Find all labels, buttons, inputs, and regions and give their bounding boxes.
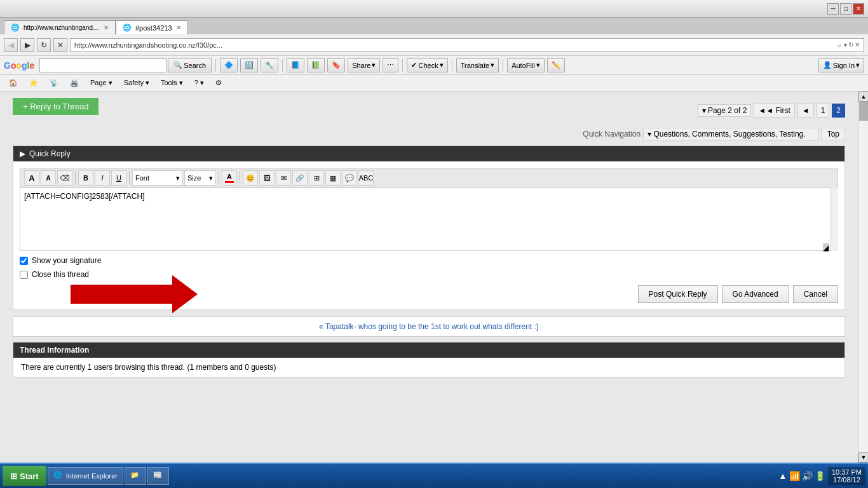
editor-sep-4 [240,172,240,184]
bold-btn[interactable]: B [78,170,93,186]
back-btn[interactable]: ◀ [4,38,18,52]
emoji-btn[interactable]: 😊 [243,170,258,186]
page-scrollbar[interactable]: ▲ ▼ [858,92,868,463]
windows-logo: ⊞ [10,471,17,481]
scrollbar-track[interactable] [858,102,868,452]
close-thread-checkbox[interactable] [20,271,28,279]
table2-btn[interactable]: ▦ [325,170,341,186]
page-dropdown[interactable]: ▾ Page 2 of 2 [698,104,752,117]
forward-btn[interactable]: ▶ [20,38,34,52]
top-btn[interactable]: Top [822,128,845,140]
tab-close-1[interactable]: ✕ [104,24,109,31]
underline-btn[interactable]: U [111,170,126,186]
autofill-label: AutoFill [512,62,535,69]
autofill-icon[interactable]: ✏️ [547,58,565,72]
table-btn[interactable]: ⊞ [309,170,324,186]
bookmark-icon-btn[interactable]: 🔖 [327,58,345,72]
battery-icon[interactable]: 🔋 [815,471,825,481]
minimize-btn[interactable]: ─ [827,3,839,15]
taskbar-ie[interactable]: 🌐 Internet Explorer [48,467,123,485]
show-signature-label: Show your signature [32,256,101,265]
eraser-btn[interactable]: ⌫ [57,170,72,186]
google-search-input[interactable] [39,58,166,72]
tray-icon-1[interactable]: ▲ [778,471,787,481]
tab-1[interactable]: 🌐 http://www.nzhuntingandshooting.co.nz/… [4,20,116,34]
font-color-btn[interactable]: A [222,170,237,186]
show-signature-checkbox[interactable] [20,257,28,265]
size-select[interactable]: Size ▾ [184,170,216,186]
google-search-btn[interactable]: 🔍 Search [168,58,212,72]
italic-btn[interactable]: I [95,170,110,186]
scrollbar-thumb[interactable] [859,102,868,121]
tab-2[interactable]: 🌐 #post34213 ✕ [116,20,188,34]
taskbar-explorer[interactable]: 📁 [125,467,146,485]
address-star[interactable]: ✕ [855,41,860,48]
first-page-btn[interactable]: ◄◄ First [754,104,794,118]
check-btn[interactable]: ✔ Check▾ [407,58,447,72]
explorer-icon: 📁 [130,471,140,481]
menu-safety[interactable]: Safety ▾ [119,78,154,88]
tray-icons: ▲ 📶 🔊 🔋 [778,471,825,481]
menu-favorites[interactable]: ⭐ [24,78,43,88]
address-bar[interactable]: http://www.nzhuntingandshooting.co.nz/f3… [70,38,864,52]
insert-link-btn[interactable]: 🔗 [292,170,308,186]
page-1-btn[interactable]: 1 [817,104,830,118]
toolbar-icon-btn-1[interactable]: 🔷 [220,58,238,72]
quick-reply-title: Quick Reply [29,149,71,158]
insert-image-btn[interactable]: 🖼 [259,170,275,186]
maximize-btn[interactable]: □ [840,3,851,15]
quick-nav-select[interactable]: ▾ Questions, Comments, Suggestions, Test… [643,128,819,140]
thread-link[interactable]: « Tapatalk- whos going to be the 1st to … [319,322,539,331]
quote-btn[interactable]: 💬 [342,170,357,186]
table2-icon: ▦ [330,174,336,182]
menu-rss[interactable]: 📡 [44,78,64,88]
go-advanced-btn[interactable]: Go Advanced [722,285,789,303]
taskbar-app[interactable]: 📰 [147,467,169,485]
translate-btn[interactable]: Translate▾ [456,58,499,72]
thread-info-header: Thread Information [13,342,844,358]
cancel-btn[interactable]: Cancel [793,285,838,303]
menu-tools[interactable]: Tools ▾ [156,78,188,88]
stop-btn[interactable]: ✕ [53,38,67,52]
browser-tabs: 🌐 http://www.nzhuntingandshooting.co.nz/… [0,18,868,34]
refresh-btn[interactable]: ↻ [37,38,51,52]
scrollbar-up-btn[interactable]: ▲ [858,92,868,102]
social-icon-btn[interactable]: 📗 [307,58,325,72]
start-button[interactable]: ⊞ Start [3,466,46,486]
signin-btn[interactable]: 👤 Sign In▾ [818,58,864,72]
dots-btn[interactable]: ⋯ [383,58,398,72]
editor-toolbar: A A ⌫ B I U [20,168,838,187]
address-dropdown[interactable]: ▾ [844,41,847,48]
insert-email-btn[interactable]: ✉ [276,170,291,186]
address-refresh[interactable]: ↻ [848,41,853,48]
share-btn[interactable]: Share▾ [348,58,380,72]
ie-icon: 🌐 [53,471,64,481]
network-icon[interactable]: 📶 [789,471,800,481]
font-size-increase-btn[interactable]: A [24,170,39,186]
reply-to-thread-btn[interactable]: + Reply to Thread [13,98,98,115]
menu-home[interactable]: 🏠 [4,78,23,88]
menu-print[interactable]: 🖨️ [65,78,84,88]
font-select[interactable]: Font ▾ [132,170,183,186]
toolbar-icon-btn-3[interactable]: 🔧 [261,58,278,72]
close-btn[interactable]: ✕ [853,3,864,15]
scrollbar-down-btn[interactable]: ▼ [858,452,868,463]
page-2-btn[interactable]: 2 [832,104,845,118]
menu-extra[interactable]: ⚙ [210,78,227,88]
clock[interactable]: 10:37 PM 17/08/12 [828,467,865,485]
spell-btn[interactable]: ABC [358,170,374,186]
toolbar-icon-btn-2[interactable]: 🔠 [240,58,258,72]
volume-icon[interactable]: 🔊 [802,471,813,481]
editor-resize-handle[interactable]: ◢ [823,243,829,250]
editor-area[interactable]: [ATTACH=CONFIG]2583[/ATTACH] [20,187,838,251]
post-quick-reply-btn[interactable]: Post Quick Reply [638,285,718,303]
taskbar-tray: ▲ 📶 🔊 🔋 10:37 PM 17/08/12 [778,467,865,485]
tab-close-2[interactable]: ✕ [176,24,181,31]
font-size-decrease-btn[interactable]: A [41,170,56,186]
menu-help[interactable]: ? ▾ [189,78,209,88]
autofill-btn[interactable]: AutoFill▾ [507,58,545,72]
prev-page-btn[interactable]: ◄ [797,104,814,118]
facebook-icon-btn[interactable]: 📘 [287,58,304,72]
menu-page[interactable]: Page ▾ [85,78,118,88]
editor-scrollbar[interactable] [831,187,838,251]
